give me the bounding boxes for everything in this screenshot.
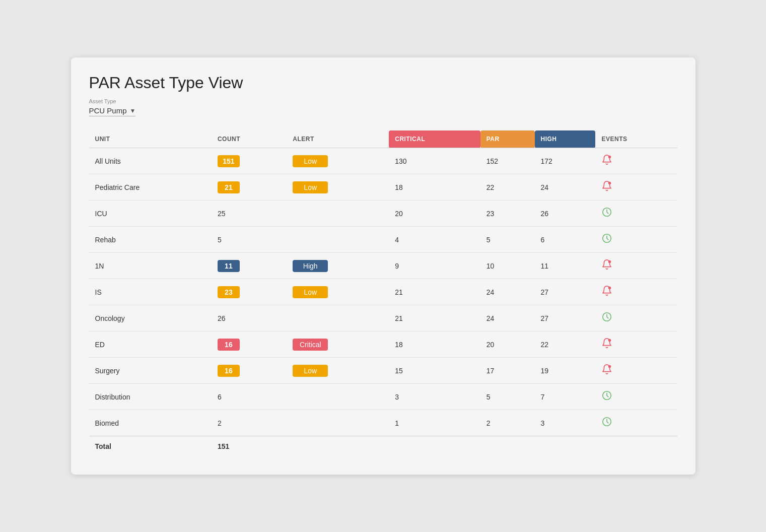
cell-high: 24 [535, 174, 596, 201]
cell-par: 152 [480, 148, 535, 174]
cell-unit: Surgery [89, 358, 212, 384]
cell-events[interactable] [595, 305, 677, 331]
cell-count: 11 [212, 253, 287, 279]
table-row: 1N11High91011 [89, 253, 677, 279]
cell-alert [287, 305, 389, 331]
cell-critical: 3 [389, 384, 480, 410]
cell-events[interactable] [595, 227, 677, 253]
svg-point-5 [608, 287, 611, 290]
cell-alert: Low [287, 279, 389, 305]
table-header-row: UNIT COUNT ALERT CRITICAL PAR HIGH EVENT… [89, 130, 677, 148]
bell-inactive-icon[interactable] [601, 207, 612, 220]
col-high: HIGH [535, 130, 596, 148]
cell-unit: Pediatric Care [89, 174, 212, 201]
bell-active-icon[interactable] [601, 364, 612, 377]
cell-unit: ICU [89, 201, 212, 227]
cell-unit: IS [89, 279, 212, 305]
svg-point-0 [608, 156, 611, 159]
cell-high: 6 [535, 227, 596, 253]
cell-events[interactable] [595, 331, 677, 358]
cell-par: 5 [480, 227, 535, 253]
col-count: COUNT [212, 130, 287, 148]
table-row: Distribution6357 [89, 384, 677, 410]
cell-par: 24 [480, 279, 535, 305]
cell-events[interactable] [595, 201, 677, 227]
cell-events[interactable] [595, 253, 677, 279]
bell-active-icon[interactable] [601, 180, 612, 194]
cell-critical: 1 [389, 410, 480, 436]
cell-critical: 9 [389, 253, 480, 279]
cell-par: 20 [480, 331, 535, 358]
par-table: UNIT COUNT ALERT CRITICAL PAR HIGH EVENT… [89, 130, 677, 456]
table-row: Oncology26212427 [89, 305, 677, 331]
cell-events[interactable] [595, 174, 677, 201]
dropdown-value: PCU Pump [89, 106, 127, 115]
cell-count: 151 [212, 148, 287, 174]
svg-point-4 [608, 260, 611, 263]
table-row: Biomed2123 [89, 410, 677, 436]
bell-inactive-icon[interactable] [601, 416, 612, 430]
col-alert: ALERT [287, 130, 389, 148]
table-row: Pediatric Care21Low182224 [89, 174, 677, 201]
cell-par: 17 [480, 358, 535, 384]
page-title: PAR Asset Type View [89, 74, 677, 92]
cell-unit: Oncology [89, 305, 212, 331]
cell-high: 11 [535, 253, 596, 279]
table-row: All Units151Low130152172 [89, 148, 677, 174]
bell-active-icon[interactable] [601, 154, 612, 168]
table-row: ICU25202326 [89, 201, 677, 227]
cell-par: 24 [480, 305, 535, 331]
cell-critical: 21 [389, 305, 480, 331]
cell-critical: 18 [389, 174, 480, 201]
cell-unit: 1N [89, 253, 212, 279]
cell-alert: Low [287, 358, 389, 384]
cell-alert [287, 201, 389, 227]
cell-count: 2 [212, 410, 287, 436]
cell-alert: Low [287, 148, 389, 174]
cell-critical: 18 [389, 331, 480, 358]
bell-active-icon[interactable] [601, 338, 612, 351]
cell-par: 2 [480, 410, 535, 436]
cell-count: 5 [212, 227, 287, 253]
col-critical: CRITICAL [389, 130, 480, 148]
cell-par: 22 [480, 174, 535, 201]
bell-inactive-icon[interactable] [601, 233, 612, 246]
bell-active-icon[interactable] [601, 285, 612, 299]
cell-alert: Low [287, 174, 389, 201]
col-par: PAR [480, 130, 535, 148]
par-asset-type-card: PAR Asset Type View Asset Type PCU Pump … [71, 57, 695, 475]
table-row: Rehab5456 [89, 227, 677, 253]
cell-unit: All Units [89, 148, 212, 174]
cell-critical: 21 [389, 279, 480, 305]
bell-active-icon[interactable] [601, 259, 612, 273]
cell-events[interactable] [595, 358, 677, 384]
total-count: 151 [212, 436, 287, 457]
cell-count: 25 [212, 201, 287, 227]
svg-point-8 [608, 365, 611, 368]
cell-events[interactable] [595, 384, 677, 410]
cell-critical: 130 [389, 148, 480, 174]
cell-alert [287, 227, 389, 253]
cell-critical: 15 [389, 358, 480, 384]
cell-high: 19 [535, 358, 596, 384]
svg-point-1 [608, 182, 611, 185]
cell-high: 26 [535, 201, 596, 227]
cell-alert: High [287, 253, 389, 279]
table-row: ED16Critical182022 [89, 331, 677, 358]
total-row: Total151 [89, 436, 677, 457]
bell-inactive-icon[interactable] [601, 311, 612, 325]
cell-unit: ED [89, 331, 212, 358]
cell-events[interactable] [595, 148, 677, 174]
bell-inactive-icon[interactable] [601, 390, 612, 404]
cell-high: 7 [535, 384, 596, 410]
cell-events[interactable] [595, 279, 677, 305]
cell-critical: 4 [389, 227, 480, 253]
cell-high: 27 [535, 305, 596, 331]
cell-par: 10 [480, 253, 535, 279]
cell-high: 27 [535, 279, 596, 305]
chevron-down-icon: ▼ [130, 107, 136, 114]
col-events: EVENTS [595, 130, 677, 148]
cell-events[interactable] [595, 410, 677, 436]
table-row: Surgery16Low151719 [89, 358, 677, 384]
asset-type-dropdown[interactable]: PCU Pump ▼ [89, 106, 136, 116]
